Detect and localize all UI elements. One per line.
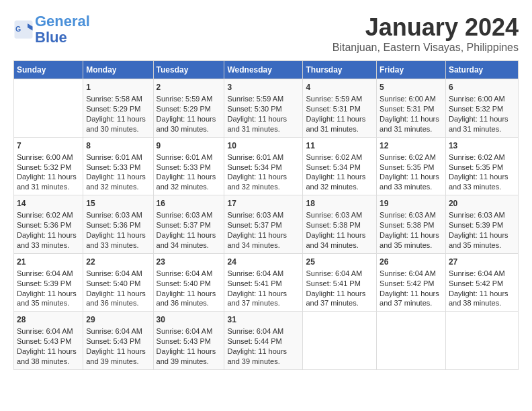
sunset-text: Sunset: 5:32 PM — [17, 163, 71, 171]
daylight-text: Daylight: 11 hours and 34 minutes. — [306, 231, 365, 249]
calendar-cell: 5Sunrise: 6:00 AMSunset: 5:31 PMDaylight… — [377, 79, 446, 138]
sunrise-text: Sunrise: 6:02 AM — [17, 211, 73, 219]
calendar-cell: 4Sunrise: 5:59 AMSunset: 5:31 PMDaylight… — [303, 79, 377, 138]
daylight-text: Daylight: 11 hours and 39 minutes. — [157, 347, 216, 365]
calendar-cell: 26Sunrise: 6:04 AMSunset: 5:42 PMDayligh… — [377, 253, 446, 312]
day-number: 10 — [227, 140, 300, 151]
sunset-text: Sunset: 5:35 PM — [449, 163, 503, 171]
location: Bitanjuan, Eastern Visayas, Philippines — [332, 42, 519, 54]
calendar-week-row: 21Sunrise: 6:04 AMSunset: 5:39 PMDayligh… — [14, 253, 519, 312]
daylight-text: Daylight: 11 hours and 32 minutes. — [157, 173, 216, 191]
day-number: 26 — [380, 257, 443, 267]
sunset-text: Sunset: 5:43 PM — [86, 337, 140, 345]
calendar-week-row: 1Sunrise: 5:58 AMSunset: 5:29 PMDaylight… — [14, 79, 519, 138]
day-number: 9 — [157, 140, 222, 151]
sunrise-text: Sunrise: 6:03 AM — [449, 211, 505, 219]
day-number: 6 — [449, 82, 515, 93]
sunrise-text: Sunrise: 6:04 AM — [86, 327, 142, 335]
day-number: 29 — [86, 314, 150, 325]
sunset-text: Sunset: 5:42 PM — [380, 279, 434, 287]
sunrise-text: Sunrise: 6:03 AM — [306, 211, 362, 219]
day-number: 8 — [86, 140, 150, 151]
sunrise-text: Sunrise: 6:04 AM — [449, 269, 505, 277]
sunrise-text: Sunrise: 6:04 AM — [17, 327, 73, 335]
daylight-text: Daylight: 11 hours and 33 minutes. — [380, 173, 439, 191]
sunset-text: Sunset: 5:39 PM — [17, 279, 71, 287]
sunrise-text: Sunrise: 6:04 AM — [380, 269, 436, 277]
sunset-text: Sunset: 5:40 PM — [86, 279, 140, 287]
calendar-cell — [303, 312, 377, 370]
calendar-cell: 31Sunrise: 6:04 AMSunset: 5:44 PMDayligh… — [224, 312, 303, 370]
sunrise-text: Sunrise: 5:59 AM — [306, 95, 362, 103]
sunrise-text: Sunrise: 6:02 AM — [306, 153, 362, 161]
day-number: 12 — [380, 140, 443, 151]
daylight-text: Daylight: 11 hours and 35 minutes. — [17, 289, 77, 308]
sunset-text: Sunset: 5:41 PM — [306, 279, 360, 287]
sunset-text: Sunset: 5:34 PM — [306, 163, 360, 171]
calendar-cell: 17Sunrise: 6:03 AMSunset: 5:37 PMDayligh… — [224, 195, 303, 254]
daylight-text: Daylight: 11 hours and 38 minutes. — [449, 289, 508, 308]
sunrise-text: Sunrise: 6:04 AM — [17, 269, 73, 277]
col-header-saturday: Saturday — [445, 61, 518, 79]
calendar-cell: 19Sunrise: 6:03 AMSunset: 5:38 PMDayligh… — [377, 195, 446, 254]
calendar-header-row: SundayMondayTuesdayWednesdayThursdayFrid… — [14, 61, 519, 79]
calendar-cell: 11Sunrise: 6:02 AMSunset: 5:34 PMDayligh… — [303, 137, 377, 195]
sunset-text: Sunset: 5:37 PM — [157, 221, 211, 229]
calendar-cell: 1Sunrise: 5:58 AMSunset: 5:29 PMDaylight… — [83, 79, 153, 138]
sunset-text: Sunset: 5:33 PM — [86, 163, 140, 171]
sunrise-text: Sunrise: 6:04 AM — [306, 269, 362, 277]
daylight-text: Daylight: 11 hours and 32 minutes. — [227, 173, 287, 191]
sunset-text: Sunset: 5:32 PM — [449, 105, 503, 113]
day-number: 11 — [306, 140, 373, 151]
calendar-table: SundayMondayTuesdayWednesdayThursdayFrid… — [13, 60, 519, 370]
day-number: 25 — [306, 257, 373, 267]
calendar-cell: 18Sunrise: 6:03 AMSunset: 5:38 PMDayligh… — [303, 195, 377, 254]
daylight-text: Daylight: 11 hours and 38 minutes. — [17, 347, 77, 365]
sunrise-text: Sunrise: 6:03 AM — [157, 211, 213, 219]
sunrise-text: Sunrise: 6:03 AM — [380, 211, 436, 219]
sunrise-text: Sunrise: 6:01 AM — [227, 153, 283, 161]
day-number: 22 — [86, 257, 150, 267]
daylight-text: Daylight: 11 hours and 37 minutes. — [227, 289, 287, 308]
sunset-text: Sunset: 5:42 PM — [449, 279, 503, 287]
calendar-week-row: 28Sunrise: 6:04 AMSunset: 5:43 PMDayligh… — [14, 312, 519, 370]
daylight-text: Daylight: 11 hours and 33 minutes. — [86, 231, 146, 249]
day-number: 28 — [17, 314, 80, 325]
sunrise-text: Sunrise: 6:04 AM — [227, 269, 283, 277]
sunset-text: Sunset: 5:31 PM — [306, 105, 360, 113]
calendar-cell — [377, 312, 446, 370]
daylight-text: Daylight: 11 hours and 36 minutes. — [157, 289, 216, 308]
col-header-thursday: Thursday — [303, 61, 377, 79]
day-number: 20 — [449, 198, 515, 209]
col-header-tuesday: Tuesday — [153, 61, 224, 79]
logo-icon: G — [13, 19, 34, 40]
sunrise-text: Sunrise: 6:00 AM — [449, 95, 505, 103]
sunset-text: Sunset: 5:43 PM — [157, 337, 211, 345]
sunrise-text: Sunrise: 6:03 AM — [86, 211, 142, 219]
calendar-cell: 30Sunrise: 6:04 AMSunset: 5:43 PMDayligh… — [153, 312, 224, 370]
col-header-friday: Friday — [377, 61, 446, 79]
sunset-text: Sunset: 5:43 PM — [17, 337, 71, 345]
calendar-cell: 6Sunrise: 6:00 AMSunset: 5:32 PMDaylight… — [445, 79, 518, 138]
daylight-text: Daylight: 11 hours and 37 minutes. — [306, 289, 365, 308]
sunrise-text: Sunrise: 6:04 AM — [157, 269, 213, 277]
sunrise-text: Sunrise: 6:00 AM — [17, 153, 73, 161]
day-number: 16 — [157, 198, 222, 209]
calendar-cell: 16Sunrise: 6:03 AMSunset: 5:37 PMDayligh… — [153, 195, 224, 254]
calendar-cell: 24Sunrise: 6:04 AMSunset: 5:41 PMDayligh… — [224, 253, 303, 312]
day-number: 27 — [449, 257, 515, 267]
sunrise-text: Sunrise: 5:59 AM — [157, 95, 213, 103]
daylight-text: Daylight: 11 hours and 33 minutes. — [449, 173, 508, 191]
sunrise-text: Sunrise: 6:02 AM — [380, 153, 436, 161]
day-number: 14 — [17, 198, 80, 209]
daylight-text: Daylight: 11 hours and 32 minutes. — [306, 173, 365, 191]
calendar-cell: 20Sunrise: 6:03 AMSunset: 5:39 PMDayligh… — [445, 195, 518, 254]
day-number: 7 — [17, 140, 80, 151]
daylight-text: Daylight: 11 hours and 33 minutes. — [17, 231, 77, 249]
col-header-wednesday: Wednesday — [224, 61, 303, 79]
calendar-cell: 21Sunrise: 6:04 AMSunset: 5:39 PMDayligh… — [14, 253, 83, 312]
sunset-text: Sunset: 5:41 PM — [227, 279, 281, 287]
sunset-text: Sunset: 5:38 PM — [380, 221, 434, 229]
day-number: 24 — [227, 257, 300, 267]
sunset-text: Sunset: 5:37 PM — [227, 221, 281, 229]
